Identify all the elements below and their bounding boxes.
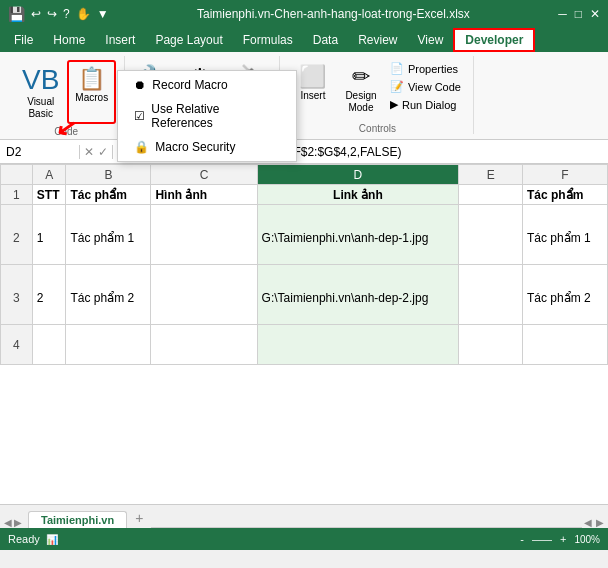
cell-b3[interactable]: Tác phẩm 2 [66, 265, 151, 325]
window-title: Taimienphi.vn-Chen-anh-hang-loat-trong-E… [109, 7, 559, 21]
cell-a1[interactable]: STT [32, 185, 66, 205]
confirm-formula-icon[interactable]: ✓ [98, 145, 108, 159]
maximize-btn[interactable]: □ [575, 7, 582, 21]
insert-icon: ⬜ [299, 64, 326, 90]
col-header-f[interactable]: F [523, 165, 608, 185]
cell-f4[interactable] [523, 325, 608, 365]
cell-f2[interactable]: Tác phẩm 1 [523, 205, 608, 265]
macros-label: Macros [75, 92, 108, 104]
cell-b4[interactable] [66, 325, 151, 365]
record-icon: ⏺ [134, 78, 146, 92]
design-mode-icon: ✏ [352, 64, 370, 90]
zoom-out-btn[interactable]: - [520, 533, 524, 545]
column-headers: A B C D E F [1, 165, 608, 185]
zoom-level: 100% [574, 534, 600, 545]
menu-file[interactable]: File [4, 28, 43, 52]
row-num-1: 1 [1, 185, 33, 205]
sheet-tab-taimienphi[interactable]: Taimienphi.vn [28, 511, 127, 528]
macro-dropdown: ⏺ Record Macro ☑ Use Relative References… [117, 70, 297, 162]
visualbasic-button[interactable]: VB VisualBasic [16, 60, 65, 120]
cell-c2[interactable] [151, 205, 257, 265]
add-sheet-button[interactable]: + [129, 508, 149, 528]
cell-d1[interactable]: Link ảnh [257, 185, 459, 205]
close-btn[interactable]: ✕ [590, 7, 600, 21]
status-text: Ready [8, 533, 40, 545]
undo-icon[interactable]: ↩ [31, 7, 41, 21]
spreadsheet[interactable]: A B C D E F 1 STT Tác phẩm Hình ảnh Link… [0, 164, 608, 504]
controls-group-label: Controls [359, 121, 396, 134]
view-code-icon: 📝 [390, 80, 404, 93]
title-bar-controls: ─ □ ✕ [558, 7, 600, 21]
insert-label: Insert [300, 90, 325, 102]
cell-a2[interactable]: 1 [32, 205, 66, 265]
menu-home[interactable]: Home [43, 28, 95, 52]
cell-e4[interactable] [459, 325, 523, 365]
cell-e3[interactable] [459, 265, 523, 325]
menu-page-layout[interactable]: Page Layout [145, 28, 232, 52]
cell-e1[interactable] [459, 185, 523, 205]
design-mode-button[interactable]: ✏ DesignMode [338, 60, 384, 120]
macro-security-item[interactable]: 🔒 Macro Security [118, 135, 296, 159]
cell-c3[interactable] [151, 265, 257, 325]
touch-icon[interactable]: ✋ [76, 7, 91, 21]
view-code-label: View Code [408, 81, 461, 93]
cell-b2[interactable]: Tác phẩm 1 [66, 205, 151, 265]
properties-icon: 📄 [390, 62, 404, 75]
cancel-formula-icon[interactable]: ✕ [84, 145, 94, 159]
relative-refs-label: Use Relative References [151, 102, 280, 130]
view-code-button[interactable]: 📝 View Code [386, 78, 465, 95]
minimize-btn[interactable]: ─ [558, 7, 567, 21]
arrow-icon[interactable]: ▼ [97, 7, 109, 21]
relative-refs-item[interactable]: ☑ Use Relative References [118, 97, 296, 135]
spreadsheet-table: A B C D E F 1 STT Tác phẩm Hình ảnh Link… [0, 164, 608, 365]
menu-insert[interactable]: Insert [95, 28, 145, 52]
menu-data[interactable]: Data [303, 28, 348, 52]
menu-view[interactable]: View [408, 28, 454, 52]
col-header-d[interactable]: D [257, 165, 459, 185]
table-row: 1 STT Tác phẩm Hình ảnh Link ảnh Tác phẩ… [1, 185, 608, 205]
cell-d2[interactable]: G:\Taimienphi.vn\anh-dep-1.jpg [257, 205, 459, 265]
help-icon[interactable]: ? [63, 7, 70, 21]
cell-f1[interactable]: Tác phẩm [523, 185, 608, 205]
col-header-c[interactable]: C [151, 165, 257, 185]
run-dialog-button[interactable]: ▶ Run Dialog [386, 96, 465, 113]
cell-d4[interactable] [257, 325, 459, 365]
sheet-tabs: ◀ ▶ Taimienphi.vn + ◀ ▶ [0, 504, 608, 528]
col-header-b[interactable]: B [66, 165, 151, 185]
ribbon-controls-group: ⬜ Insert ✏ DesignMode 📄 Properties 📝 Vie… [282, 56, 474, 134]
zoom-bar: —— [532, 534, 552, 545]
col-header-a[interactable]: A [32, 165, 66, 185]
cell-a3[interactable]: 2 [32, 265, 66, 325]
col-header-e[interactable]: E [459, 165, 523, 185]
cell-reference[interactable]: D2 [0, 145, 80, 159]
macro-security-label: Macro Security [155, 140, 235, 154]
record-macro-item[interactable]: ⏺ Record Macro [118, 73, 296, 97]
menu-formulas[interactable]: Formulas [233, 28, 303, 52]
cell-c4[interactable] [151, 325, 257, 365]
redo-icon[interactable]: ↪ [47, 7, 57, 21]
title-bar: 💾 ↩ ↪ ? ✋ ▼ Taimienphi.vn-Chen-anh-hang-… [0, 0, 608, 28]
controls-group-items: ⬜ Insert ✏ DesignMode 📄 Properties 📝 Vie… [290, 56, 465, 121]
cell-b1[interactable]: Tác phẩm [66, 185, 151, 205]
cell-f3[interactable]: Tác phẩm 2 [523, 265, 608, 325]
zoom-in-btn[interactable]: + [560, 533, 566, 545]
macros-button[interactable]: 📋 Macros [69, 62, 114, 122]
formula-icons: ✕ ✓ [80, 145, 113, 159]
scroll-left-btn[interactable]: ◀ [584, 517, 592, 528]
title-bar-left: 💾 ↩ ↪ ? ✋ ▼ [8, 6, 109, 22]
cell-a4[interactable] [32, 325, 66, 365]
cell-d3[interactable]: G:\Taimienphi.vn\anh-dep-2.jpg [257, 265, 459, 325]
cell-e2[interactable] [459, 205, 523, 265]
row-num-2: 2 [1, 205, 33, 265]
cell-c1[interactable]: Hình ảnh [151, 185, 257, 205]
properties-button[interactable]: 📄 Properties [386, 60, 465, 77]
scroll-right-tab-btn[interactable]: ▶ [14, 517, 22, 528]
menu-review[interactable]: Review [348, 28, 407, 52]
controls-right-col: 📄 Properties 📝 View Code ▶ Run Dialog [386, 60, 465, 121]
menu-developer[interactable]: Developer [453, 28, 535, 52]
arrow-indicator: ↙ [54, 112, 79, 143]
ribbon: VB VisualBasic 📋 Macros ⏺ Record Macro ☑ [0, 52, 608, 140]
scroll-right-btn[interactable]: ▶ [596, 517, 604, 528]
scroll-left-tab-btn[interactable]: ◀ [4, 517, 12, 528]
vb-icon: VB [22, 64, 59, 96]
